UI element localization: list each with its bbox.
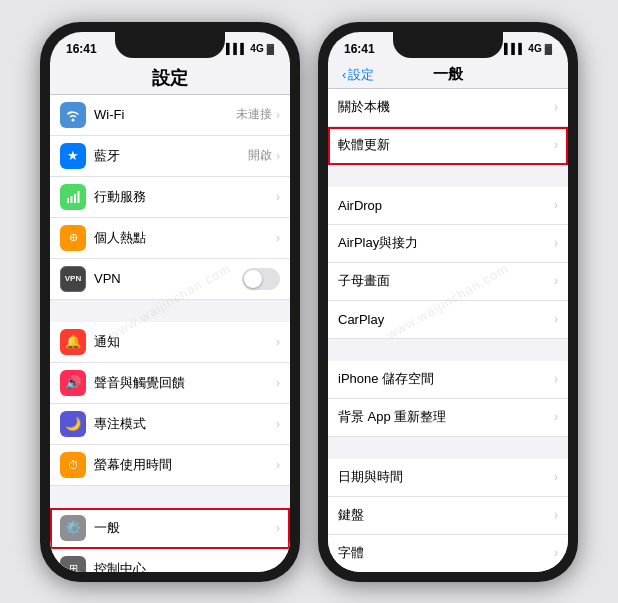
signal-icon-right: ▌▌▌ xyxy=(504,43,525,54)
storage-chevron: › xyxy=(554,372,558,386)
network-type: 4G xyxy=(250,43,263,54)
notch xyxy=(115,32,225,58)
nav-back-button[interactable]: ‹ 設定 xyxy=(342,66,374,84)
nav-bar-right: ‹ 設定 一般 xyxy=(328,62,568,89)
controlcenter-icon: ⊞ xyxy=(60,556,86,572)
vpn-label-group: VPN xyxy=(94,271,242,286)
nav-title-right: 一般 xyxy=(433,65,463,84)
settings-bluetooth[interactable]: ★ 藍牙 開啟 › xyxy=(50,136,290,177)
screentime-label-group: 螢幕使用時間 xyxy=(94,456,276,474)
wifi-value: 未連接 xyxy=(236,106,272,123)
cc-label-group: 控制中心 xyxy=(94,560,276,572)
settings-hotspot[interactable]: ⊕ 個人熱點 › xyxy=(50,218,290,259)
svg-rect-0 xyxy=(67,198,69,203)
back-chevron-icon: ‹ xyxy=(342,67,346,82)
bgrefresh-chevron: › xyxy=(554,410,558,424)
notif-chevron: › xyxy=(276,335,280,349)
focus-label: 專注模式 xyxy=(94,415,276,433)
about-label-group: 關於本機 xyxy=(338,98,554,116)
cc-chevron: › xyxy=(276,562,280,572)
vpn-toggle-thumb xyxy=(244,270,262,288)
settings-airplay[interactable]: AirPlay與接力 › xyxy=(328,225,568,263)
cellular-label-group: 行動服務 xyxy=(94,188,276,206)
hotspot-chevron: › xyxy=(276,231,280,245)
settings-airdrop[interactable]: AirDrop › xyxy=(328,187,568,225)
settings-vpn[interactable]: VPN VPN xyxy=(50,259,290,300)
bt-chevron: › xyxy=(276,149,280,163)
settings-cellular[interactable]: 行動服務 › xyxy=(50,177,290,218)
settings-datetime[interactable]: 日期與時間 › xyxy=(328,459,568,497)
airplay-chevron: › xyxy=(554,236,558,250)
back-label: 設定 xyxy=(348,66,374,84)
vpn-toggle[interactable] xyxy=(242,268,280,290)
settings-keyboard[interactable]: 鍵盤 › xyxy=(328,497,568,535)
cc-label: 控制中心 xyxy=(94,560,276,572)
carplay-chevron: › xyxy=(554,312,558,326)
settings-focus[interactable]: 🌙 專注模式 › xyxy=(50,404,290,445)
settings-controlcenter[interactable]: ⊞ 控制中心 › xyxy=(50,549,290,572)
swupdate-label: 軟體更新 xyxy=(338,136,554,154)
general-label: 一般 xyxy=(94,519,276,537)
settings-fonts[interactable]: 字體 › xyxy=(328,535,568,572)
about-chevron: › xyxy=(554,100,558,114)
general-icon: ⚙️ xyxy=(60,515,86,541)
airdrop-chevron: › xyxy=(554,198,558,212)
settings-bgrefresh[interactable]: 背景 App 重新整理 › xyxy=(328,399,568,437)
time-left: 16:41 xyxy=(66,42,97,56)
sound-icon: 🔊 xyxy=(60,370,86,396)
screentime-icon: ⏱ xyxy=(60,452,86,478)
notch-right xyxy=(393,32,503,58)
battery-icon: ▓ xyxy=(267,43,274,54)
time-right: 16:41 xyxy=(344,42,375,56)
phone-right: 16:41 ▌▌▌ 4G ▓ ‹ 設定 一般 關於本機 xyxy=(318,22,578,582)
settings-pip[interactable]: 子母畫面 › xyxy=(328,263,568,301)
storage-label: iPhone 儲存空間 xyxy=(338,370,554,388)
settings-softwareupdate[interactable]: 軟體更新 › xyxy=(328,127,568,165)
status-icons-right: ▌▌▌ 4G ▓ xyxy=(504,43,552,54)
wifi-chevron: › xyxy=(276,108,280,122)
notif-label-group: 通知 xyxy=(94,333,276,351)
vpn-icon: VPN xyxy=(60,266,86,292)
focus-icon: 🌙 xyxy=(60,411,86,437)
svg-rect-1 xyxy=(71,196,73,203)
bt-value: 開啟 xyxy=(248,147,272,164)
cellular-label: 行動服務 xyxy=(94,188,276,206)
bgrefresh-label-group: 背景 App 重新整理 xyxy=(338,408,554,426)
settings-sound[interactable]: 🔊 聲音與觸覺回饋 › xyxy=(50,363,290,404)
signal-icon: ▌▌▌ xyxy=(226,43,247,54)
airdrop-label-group: AirDrop xyxy=(338,198,554,213)
settings-wifi[interactable]: Wi-Fi 未連接 › xyxy=(50,95,290,136)
fonts-label-group: 字體 xyxy=(338,544,554,562)
sound-label-group: 聲音與觸覺回饋 xyxy=(94,374,276,392)
sound-chevron: › xyxy=(276,376,280,390)
datetime-label: 日期與時間 xyxy=(338,468,554,486)
hotspot-label: 個人熱點 xyxy=(94,229,276,247)
settings-general[interactable]: ⚙️ 一般 › xyxy=(50,508,290,549)
focus-label-group: 專注模式 xyxy=(94,415,276,433)
cellular-chevron: › xyxy=(276,190,280,204)
wifi-icon xyxy=(60,102,86,128)
fonts-label: 字體 xyxy=(338,544,554,562)
keyboard-chevron: › xyxy=(554,508,558,522)
carplay-label-group: CarPlay xyxy=(338,312,554,327)
datetime-label-group: 日期與時間 xyxy=(338,468,554,486)
settings-iphonestorage[interactable]: iPhone 儲存空間 › xyxy=(328,361,568,399)
svg-rect-2 xyxy=(74,194,76,203)
airdrop-label: AirDrop xyxy=(338,198,554,213)
vpn-label: VPN xyxy=(94,271,242,286)
wifi-label: Wi-Fi xyxy=(94,107,236,122)
fonts-chevron: › xyxy=(554,546,558,560)
settings-carplay[interactable]: CarPlay › xyxy=(328,301,568,339)
svg-rect-3 xyxy=(78,191,80,203)
general-label-group: 一般 xyxy=(94,519,276,537)
settings-notifications[interactable]: 🔔 通知 › xyxy=(50,322,290,363)
bgrefresh-label: 背景 App 重新整理 xyxy=(338,408,554,426)
settings-about[interactable]: 關於本機 › xyxy=(328,89,568,127)
swupdate-chevron: › xyxy=(554,138,558,152)
cellular-icon xyxy=(60,184,86,210)
settings-screentime[interactable]: ⏱ 螢幕使用時間 › xyxy=(50,445,290,486)
wifi-label-group: Wi-Fi xyxy=(94,107,236,122)
datetime-chevron: › xyxy=(554,470,558,484)
hotspot-label-group: 個人熱點 xyxy=(94,229,276,247)
bt-label: 藍牙 xyxy=(94,147,248,165)
